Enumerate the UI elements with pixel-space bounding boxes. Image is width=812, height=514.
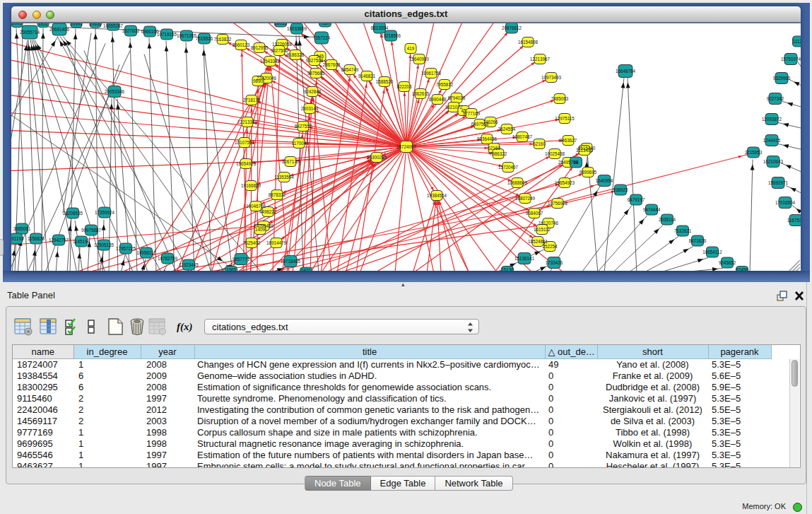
svg-text:7515526: 7515526 (196, 35, 213, 40)
svg-text:18524861: 18524861 (528, 238, 548, 243)
svg-text:7625402: 7625402 (243, 240, 261, 245)
svg-text:10756928: 10756928 (548, 200, 568, 205)
svg-text:16210643: 16210643 (763, 158, 784, 163)
svg-text:3624554: 3624554 (498, 126, 516, 131)
svg-text:62160: 62160 (533, 141, 546, 146)
svg-text:19384554: 19384554 (427, 192, 447, 197)
svg-text:19654923: 19654923 (236, 160, 257, 165)
svg-text:12093872: 12093872 (762, 116, 782, 121)
svg-text:15720407: 15720407 (498, 164, 519, 169)
svg-text:19718485: 19718485 (281, 258, 301, 263)
svg-text:19166829: 19166829 (241, 182, 261, 187)
svg-text:7163822: 7163822 (214, 36, 232, 41)
svg-text:1167533: 1167533 (787, 217, 801, 222)
svg-text:f(x): f(x) (177, 321, 193, 333)
svg-text:938923: 938923 (613, 187, 628, 192)
svg-text:10719155: 10719155 (157, 31, 177, 36)
svg-text:6794028: 6794028 (448, 95, 466, 100)
svg-text:18807249: 18807249 (515, 195, 536, 200)
svg-text:11353594: 11353594 (274, 174, 294, 179)
svg-text:11923445: 11923445 (179, 262, 199, 267)
svg-text:10973493: 10973493 (541, 74, 562, 79)
svg-text:2005: 2005 (12, 23, 23, 25)
svg-text:10961758: 10961758 (421, 70, 442, 75)
svg-text:16782759: 16782759 (158, 255, 178, 260)
svg-text:20691406: 20691406 (49, 26, 70, 31)
svg-text:7485063: 7485063 (551, 95, 569, 100)
svg-text:16033: 16033 (274, 23, 287, 25)
svg-text:3215953: 3215953 (745, 149, 763, 154)
svg-text:9084067: 9084067 (526, 210, 543, 215)
svg-text:9463627: 9463627 (560, 137, 577, 142)
svg-text:17359924: 17359924 (95, 209, 115, 214)
svg-text:3985061: 3985061 (13, 226, 31, 230)
svg-text:822203: 822203 (396, 83, 412, 88)
svg-text:15136: 15136 (501, 267, 514, 270)
svg-text:2803144: 2803144 (301, 105, 319, 110)
svg-text:3113403: 3113403 (576, 147, 594, 152)
svg-text:1362615: 1362615 (412, 90, 430, 95)
svg-text:2718176: 2718176 (243, 97, 261, 102)
svg-text:10543342: 10543342 (260, 58, 281, 63)
svg-text:11124: 11124 (793, 38, 801, 43)
svg-text:3267130: 3267130 (282, 158, 300, 163)
svg-text:90975887: 90975887 (81, 227, 102, 232)
svg-text:1409: 1409 (255, 226, 266, 231)
svg-text:9245652: 9245652 (719, 259, 736, 264)
svg-text:1615112: 1615112 (534, 226, 551, 231)
svg-text:20391: 20391 (70, 23, 83, 26)
svg-text:1527602: 1527602 (122, 28, 140, 33)
svg-text:1640954: 1640954 (596, 177, 613, 182)
svg-text:18724007: 18724007 (396, 144, 417, 148)
svg-text:12975115: 12975115 (555, 115, 575, 120)
svg-text:7357224: 7357224 (313, 35, 331, 40)
svg-text:1145194: 1145194 (73, 238, 90, 243)
svg-text:7632621: 7632621 (674, 228, 692, 233)
svg-text:9777169: 9777169 (463, 110, 481, 115)
svg-text:1852: 1852 (38, 23, 49, 26)
svg-text:8878332: 8878332 (269, 192, 286, 197)
svg-text:15136141: 15136141 (514, 255, 535, 260)
svg-text:1065: 1065 (226, 267, 237, 270)
svg-text:1588520: 1588520 (376, 78, 394, 83)
svg-text:10046766: 10046766 (246, 203, 266, 208)
svg-text:9146821: 9146821 (358, 73, 376, 78)
svg-text:62160: 62160 (488, 145, 500, 150)
svg-text:117004: 117004 (292, 140, 307, 145)
svg-text:9242848: 9242848 (304, 88, 322, 93)
svg-text:7955812: 7955812 (436, 81, 454, 86)
svg-text:9227342: 9227342 (767, 95, 784, 100)
svg-text:16154808: 16154808 (518, 39, 539, 44)
svg-text:25300285: 25300285 (367, 154, 387, 159)
svg-text:9857771: 9857771 (233, 256, 250, 261)
svg-text:10958117: 10958117 (136, 250, 156, 255)
svg-text:20876812: 20876812 (502, 25, 522, 30)
svg-text:12213389: 12213389 (237, 119, 258, 124)
svg-text:92456: 92456 (736, 267, 748, 270)
svg-text:10807487: 10807487 (512, 134, 533, 139)
svg-text:10655: 10655 (89, 23, 102, 26)
svg-text:19218506: 19218506 (381, 33, 401, 37)
svg-text:12942757: 12942757 (49, 237, 69, 242)
svg-text:15640910: 15640910 (409, 56, 430, 61)
svg-text:19654923: 19654923 (555, 180, 575, 185)
svg-text:8186328: 8186328 (287, 52, 305, 57)
svg-text:746266: 746266 (483, 119, 498, 124)
svg-text:16648784: 16648784 (616, 68, 636, 73)
svg-text:12213967: 12213967 (530, 56, 551, 61)
svg-text:3875685: 3875685 (307, 70, 325, 75)
svg-text:9327506: 9327506 (271, 47, 288, 52)
svg-text:16120746: 16120746 (539, 220, 559, 225)
svg-text:12505135: 12505135 (94, 242, 114, 247)
svg-text:8813054: 8813054 (371, 25, 389, 30)
svg-text:8912955: 8912955 (251, 45, 269, 49)
svg-text:15751074: 15751074 (781, 56, 801, 61)
svg-text:10671355: 10671355 (177, 33, 197, 37)
svg-text:8427552: 8427552 (295, 123, 312, 128)
svg-text:10025438: 10025438 (545, 151, 565, 156)
svg-text:8990448: 8990448 (429, 96, 447, 101)
svg-text:17957225: 17957225 (116, 245, 136, 250)
svg-text:8454749: 8454749 (341, 66, 359, 71)
svg-text:1621072: 1621072 (445, 104, 463, 109)
svg-text:9474444: 9474444 (643, 206, 661, 211)
